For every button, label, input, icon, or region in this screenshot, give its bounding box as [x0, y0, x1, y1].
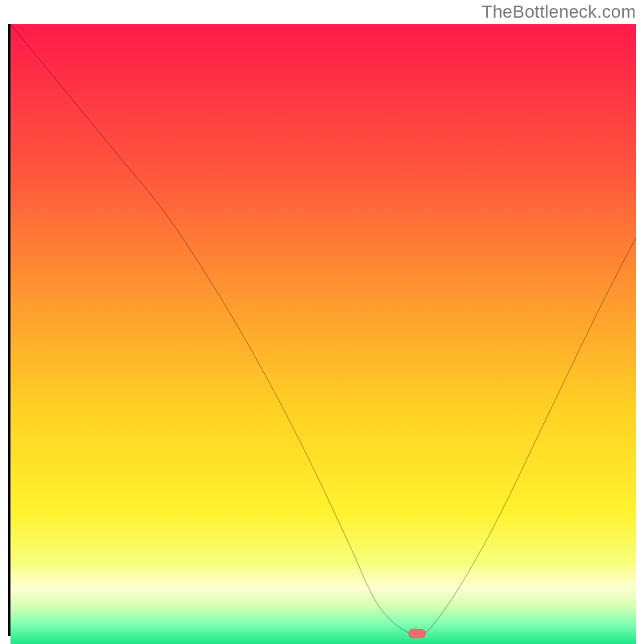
optimal-marker: [408, 629, 426, 638]
plot-area: [8, 24, 636, 636]
bottleneck-curve: [10, 24, 636, 634]
chart-frame: TheBottleneck.com: [0, 0, 644, 644]
watermark-text: TheBottleneck.com: [481, 2, 636, 23]
